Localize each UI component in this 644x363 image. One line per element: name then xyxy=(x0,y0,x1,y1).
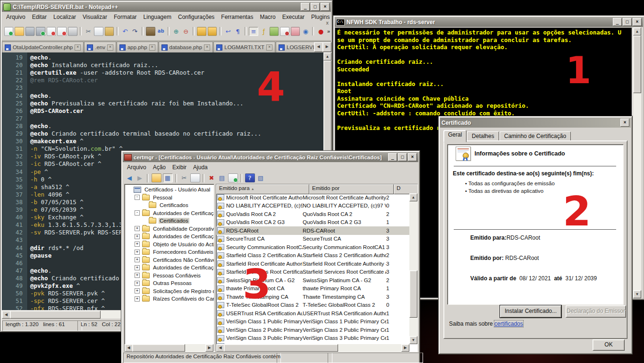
show-all-chars-icon[interactable]: ¶ xyxy=(234,27,242,35)
tree-item-autoridades-de-certifica-o-rai[interactable]: -Autoridades de Certificação Rai xyxy=(126,209,214,217)
tab-close-icon[interactable]: × xyxy=(107,44,113,51)
certificates-link[interactable]: certificados xyxy=(494,320,523,327)
tree-item-outras-pessoas[interactable]: +Outras Pessoas xyxy=(126,279,214,287)
issuer-statement-button[interactable]: Declaração do Emissor xyxy=(566,305,626,318)
close-icon[interactable] xyxy=(47,27,56,36)
list-hscrollbar[interactable]: ◀ ▶ xyxy=(216,344,409,352)
zoom-in-icon[interactable]: ⊕ xyxy=(172,27,180,35)
export-list-icon[interactable] xyxy=(152,173,161,182)
menu-item-arquivo[interactable]: Arquivo xyxy=(124,163,150,172)
expand-icon[interactable]: + xyxy=(135,234,140,239)
certificate-row[interactable]: Starfield Class 2 Certification Auth...S… xyxy=(216,251,409,260)
menu-item-ferramentas[interactable]: Ferramentas xyxy=(218,13,256,21)
certificate-row[interactable]: SecureTrust CASecureTrust CA3 xyxy=(216,235,409,243)
scroll-up-icon[interactable]: ▲ xyxy=(633,27,641,35)
ok-button[interactable]: OK xyxy=(593,339,625,351)
document-map-icon[interactable] xyxy=(270,27,279,36)
record-macro-icon[interactable]: ● xyxy=(317,27,325,35)
redo-icon[interactable]: ↷ xyxy=(131,27,139,35)
maximize-button[interactable]: □ xyxy=(623,18,632,26)
scroll-up-icon[interactable]: ▲ xyxy=(409,193,417,201)
tab-app-php[interactable]: app.php× xyxy=(117,42,158,52)
close-button[interactable]: × xyxy=(408,153,417,161)
zoom-out-icon[interactable]: ⊖ xyxy=(182,27,190,35)
save-all-icon[interactable] xyxy=(36,27,45,36)
print-icon[interactable] xyxy=(68,27,77,36)
toolbar-overflow-icon[interactable]: » xyxy=(327,28,330,34)
close-all-icon[interactable] xyxy=(57,27,67,36)
cmd-vscroll-thumb[interactable] xyxy=(633,35,641,93)
certificate-row[interactable]: Security Communication RootCA1Security C… xyxy=(216,243,409,251)
editor-vscroll-thumb[interactable] xyxy=(323,60,331,161)
scroll-right-icon[interactable]: ▶ xyxy=(401,344,409,352)
certificate-row[interactable]: NO LIABILITY ACCEPTED, (c)97 V...NO LIAB… xyxy=(216,202,409,210)
maximize-button[interactable]: □ xyxy=(398,153,407,161)
scroll-left-icon[interactable]: ◀ xyxy=(125,344,133,352)
menu-item-formatar[interactable]: Formatar xyxy=(110,13,140,21)
column-header-date[interactable]: D xyxy=(394,184,418,194)
expand-icon[interactable]: + xyxy=(135,288,140,294)
certificate-row[interactable]: RDS-CARootRDS-CARoot3 xyxy=(216,226,409,235)
new-file-icon[interactable] xyxy=(4,27,14,36)
scroll-left-icon[interactable]: ◀ xyxy=(216,344,224,352)
cmd-titlebar[interactable]: C:\ NFWH SDK Trabalho - rds-server _ □ × xyxy=(335,17,643,27)
menu-item-plugins[interactable]: Plugins xyxy=(308,13,333,21)
install-certificate-button[interactable]: Instalar Certificado... xyxy=(500,305,561,318)
tab-database-php[interactable]: database.php× xyxy=(159,42,213,52)
scroll-down-icon[interactable]: ▼ xyxy=(633,290,641,298)
menu-item-macro[interactable]: Macro xyxy=(256,13,279,21)
close-button[interactable]: × xyxy=(633,18,642,26)
menu-item-visualizar[interactable]: Visualizar xyxy=(79,13,110,21)
tab-close-icon[interactable]: × xyxy=(149,44,155,51)
back-icon[interactable]: ◀ xyxy=(125,174,134,182)
menu-item-a-o[interactable]: Ação xyxy=(150,163,169,172)
show-tree-icon[interactable]: ▦ xyxy=(163,173,173,182)
copy-icon[interactable] xyxy=(190,173,200,182)
column-header-issued-by[interactable]: Emitido por xyxy=(309,184,394,194)
save-icon[interactable] xyxy=(25,27,35,36)
close-button[interactable]: × xyxy=(321,3,330,11)
tree-item-confiabilidade-corporativa[interactable]: +Confiabilidade Corporativa xyxy=(126,225,214,233)
tree-item-pessoas-confi-veis[interactable]: +Pessoas Confiáveis xyxy=(126,272,214,280)
expand-icon[interactable]: + xyxy=(135,242,140,247)
certificate-row[interactable]: Microsoft Root Certificate Authori...Mic… xyxy=(216,193,409,202)
expand-icon[interactable]: + xyxy=(135,257,140,262)
certificate-row[interactable]: QuoVadis Root CA 2QuoVadis Root CA 22 xyxy=(216,210,409,218)
folder-workspace-icon[interactable] xyxy=(291,27,300,36)
menu-item-exibir[interactable]: Exibir xyxy=(169,163,190,172)
tab-geral[interactable]: Geral xyxy=(443,130,466,142)
tree-item-certificados[interactable]: Certificados xyxy=(126,201,214,209)
undo-icon[interactable]: ↶ xyxy=(121,27,129,35)
collapse-icon[interactable]: - xyxy=(135,210,140,216)
paste-icon[interactable] xyxy=(105,27,114,36)
help-icon[interactable]: ? xyxy=(245,173,255,182)
scroll-left-icon[interactable]: ◀ xyxy=(2,311,10,319)
tree-item-certificados[interactable]: Certificados xyxy=(126,217,214,225)
tree-item-objeto-de-usu-rio-do-active-dire[interactable]: +Objeto de Usuário do Active Dire xyxy=(126,241,214,249)
document-list-icon[interactable] xyxy=(280,27,289,36)
minimize-button[interactable]: _ xyxy=(301,3,310,11)
certificate-row[interactable]: VeriSign Class 2 Public Primary Cer...Ve… xyxy=(216,326,409,334)
certificate-row[interactable]: QuoVadis Root CA 2 G3QuoVadis Root CA 2 … xyxy=(216,218,409,227)
tree-item-fornecedores-confi-veis[interactable]: +Fornecedores Confiáveis xyxy=(126,248,214,256)
expand-icon[interactable]: + xyxy=(135,273,140,278)
menu-item-editar[interactable]: Editar xyxy=(29,13,50,21)
new-window-icon[interactable]: ▧ xyxy=(256,174,265,182)
expand-icon[interactable]: + xyxy=(135,250,140,255)
list-vscrollbar[interactable]: ▲ ▼ xyxy=(409,193,417,344)
tab-env[interactable]: .env× xyxy=(84,42,116,52)
menu-item-arquivo[interactable]: Arquivo xyxy=(3,13,29,21)
minimize-button[interactable]: _ xyxy=(388,153,397,161)
scroll-up-icon[interactable]: ▲ xyxy=(323,52,331,60)
tree-item-pessoal[interactable]: -Pessoal xyxy=(126,194,214,202)
delete-icon[interactable]: ✖ xyxy=(207,174,216,182)
scroll-right-icon[interactable]: ▶ xyxy=(205,344,213,352)
export-icon[interactable] xyxy=(228,173,238,182)
tab-otaupdatecontroller-php[interactable]: OtaUpdateController.php× xyxy=(2,42,84,52)
tab-scroll-left-button[interactable]: ◀ xyxy=(314,42,323,52)
tree-item-autoridades-de-certifica-o-rai[interactable]: +Autoridades de Certificação Rai xyxy=(126,264,214,272)
certificate-row[interactable]: VeriSign Class 1 Public Primary Cer...Ve… xyxy=(216,318,409,326)
certdlg-titlebar[interactable]: Certificado × xyxy=(440,118,631,128)
collapse-icon[interactable]: - xyxy=(135,195,140,200)
expand-icon[interactable]: + xyxy=(135,226,140,231)
